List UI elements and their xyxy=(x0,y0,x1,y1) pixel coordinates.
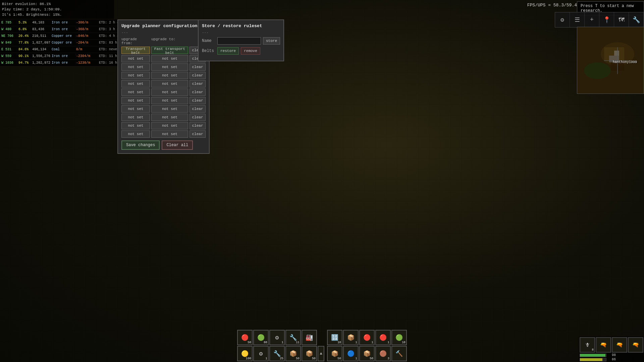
hotbar-item[interactable]: 🟤3 xyxy=(375,346,391,361)
resource-count: 1,556,276 xyxy=(32,54,51,58)
toolbar-icon-map[interactable]: 🗺 xyxy=(614,12,629,27)
toolbar-icon-map-pin[interactable]: 📍 xyxy=(599,12,614,27)
hotbar-item[interactable]: 🔢10 xyxy=(327,330,342,345)
resource-dir: W 559 xyxy=(1,54,17,58)
toolbar-icon-settings[interactable]: ⚙ xyxy=(555,12,570,27)
belt-to-btn[interactable]: not set xyxy=(151,88,188,96)
hotbar-item[interactable]: 🔧25 xyxy=(269,346,285,361)
belt-clear-btn[interactable]: clear xyxy=(190,88,206,96)
belt-to-btn[interactable]: not set xyxy=(151,72,188,79)
remove-button[interactable]: remove xyxy=(241,47,260,55)
belt-row: Transport belt Fast transport belt clear xyxy=(121,47,206,54)
hotbar: 🔴50🟢88⚙1🔧11🏭 🟡100⚙1🔧25📦50📦50 ▲ 🔢10📦1🔴1🔴1… xyxy=(237,330,407,362)
name-input[interactable] xyxy=(217,37,261,45)
health-fill xyxy=(580,354,605,357)
hotbar-item[interactable]: 🔴1 xyxy=(359,330,375,345)
health-bar: 98 xyxy=(580,353,616,357)
resource-rate: -846/m xyxy=(76,34,98,38)
belt-from-btn[interactable]: not set xyxy=(121,80,150,87)
hotbar-count: 1 xyxy=(282,341,283,344)
belt-clear-btn[interactable]: clear xyxy=(190,72,206,79)
biter-evolution: Biter evolution: 86.1% xyxy=(2,1,112,7)
weapon-item[interactable]: 🔫 xyxy=(596,337,611,353)
belt-row: not set not set clear xyxy=(121,122,206,129)
belt-row: not set not set clear xyxy=(121,105,206,113)
hotbar-item[interactable]: 🏭 xyxy=(302,330,317,345)
belt-clear-btn[interactable]: clear xyxy=(190,130,206,138)
hotbar-item[interactable]: 🔨 xyxy=(391,346,407,361)
belt-from-btn[interactable]: not set xyxy=(121,63,150,71)
hotbar-row-right-top: 🔢10📦1🔴1🔴1🟢18 xyxy=(327,330,407,345)
belt-from-btn[interactable]: not set xyxy=(121,88,150,96)
hotbar-item[interactable]: 🟢88 xyxy=(253,330,269,345)
toolbar-icon-wrench[interactable]: 🔧 xyxy=(629,12,644,27)
toolbar-icon-add[interactable]: + xyxy=(585,12,599,27)
belt-from-btn[interactable]: not set xyxy=(121,130,150,138)
belt-clear-btn[interactable]: clear xyxy=(190,80,206,87)
hotbar-count: 10 xyxy=(337,341,341,344)
belt-from-btn[interactable]: not set xyxy=(121,55,150,62)
name-row: Name store xyxy=(202,37,280,45)
hotbar-count: 3 xyxy=(388,357,389,360)
belt-clear-btn[interactable]: clear xyxy=(190,63,206,71)
belt-clear-btn[interactable]: clear xyxy=(190,122,206,129)
weapon-bar: 🗡8🔫🔫🔫 98 86 xyxy=(579,337,644,362)
belt-clear-btn[interactable]: clear xyxy=(190,97,206,104)
name-label: Name xyxy=(202,39,215,43)
hotbar-item[interactable]: 🟢18 xyxy=(391,330,407,345)
weapon-item[interactable]: 🔫 xyxy=(612,337,627,353)
belt-to-btn[interactable]: not set xyxy=(151,97,188,104)
resource-dir: E 785 xyxy=(1,21,17,24)
weapon-item[interactable]: 🗡8 xyxy=(580,337,595,353)
hotbar-item[interactable]: 📦50 xyxy=(285,346,301,361)
restore-button[interactable]: restore xyxy=(217,47,239,55)
weapon-count: 8 xyxy=(592,348,594,352)
belt-row: not set not set clear xyxy=(121,114,206,121)
ammo-track xyxy=(580,358,606,361)
belt-to-btn[interactable]: not set xyxy=(151,130,188,138)
belt-clear-btn[interactable]: clear xyxy=(190,114,206,121)
belt-clear-btn[interactable]: clear xyxy=(190,105,206,113)
weapon-item[interactable]: 🔫 xyxy=(628,337,643,353)
fps-display: FPS/UPS = 58.3/59.4 xyxy=(527,3,577,8)
play-time: Play time: 2 days, 1:50:09. xyxy=(2,7,112,12)
belt-from-btn[interactable]: not set xyxy=(121,114,150,121)
hotbar-item[interactable]: 🔵1 xyxy=(343,346,359,361)
hotbar-item[interactable]: ⚙1 xyxy=(253,346,269,361)
belt-to-btn[interactable]: not set xyxy=(151,80,188,87)
minimap[interactable]: hanthony1999 xyxy=(577,27,644,94)
belt-to-btn[interactable]: not set xyxy=(151,105,188,113)
resource-type: Iron ore xyxy=(52,27,75,31)
save-changes-button[interactable]: Save changes xyxy=(121,140,160,150)
hotbar-item[interactable]: 📦1 xyxy=(343,330,359,345)
belt-from-btn[interactable]: Transport belt xyxy=(121,47,150,54)
belt-to-btn[interactable]: not set xyxy=(151,55,188,62)
hotbar-row-right-bottom: 📦50🔵1📦50🟤3🔨 xyxy=(327,346,407,361)
belt-to-btn[interactable]: not set xyxy=(151,122,188,129)
resource-dir: W 480 xyxy=(1,27,17,31)
hotbar-item[interactable]: 📦50 xyxy=(359,346,375,361)
belt-from-btn[interactable]: not set xyxy=(121,105,150,113)
hotbar-item[interactable]: 📦50 xyxy=(302,346,317,361)
belt-from-btn[interactable]: not set xyxy=(121,97,150,104)
belt-to-btn[interactable]: not set xyxy=(151,63,188,71)
belt-to-btn[interactable]: Fast transport belt xyxy=(151,47,188,54)
store-button[interactable]: store xyxy=(263,37,280,45)
hotbar-item[interactable]: 🔴1 xyxy=(375,330,391,345)
clear-all-button[interactable]: Clear all xyxy=(162,140,193,150)
hotbar-item[interactable]: 📦50 xyxy=(327,346,342,361)
ammo-bar: 86 xyxy=(580,358,616,361)
belt-to-btn[interactable]: not set xyxy=(151,114,188,121)
hotbar-item[interactable]: 🟡100 xyxy=(237,346,253,361)
belt-from-btn[interactable]: not set xyxy=(121,122,150,129)
toolbar-icon-list[interactable]: ☰ xyxy=(570,12,585,27)
hotbar-count: 1 xyxy=(388,341,389,344)
toolbar-icons[interactable]: ⚙ ☰ + 📍 🗺 🔧 xyxy=(555,12,644,27)
hotbar-item[interactable]: ⚙1 xyxy=(269,330,285,345)
resource-pct: 77.8% xyxy=(18,41,31,45)
hotbar-scroll[interactable]: ▲ xyxy=(318,346,324,361)
hotbar-section-right: 🔢10📦1🔴1🔴1🟢18📦50🔵1📦50🟤3🔨 xyxy=(327,330,407,361)
hotbar-item[interactable]: 🔴50 xyxy=(237,330,253,345)
belt-from-btn[interactable]: not set xyxy=(121,72,150,79)
hotbar-item[interactable]: 🔧11 xyxy=(285,330,301,345)
